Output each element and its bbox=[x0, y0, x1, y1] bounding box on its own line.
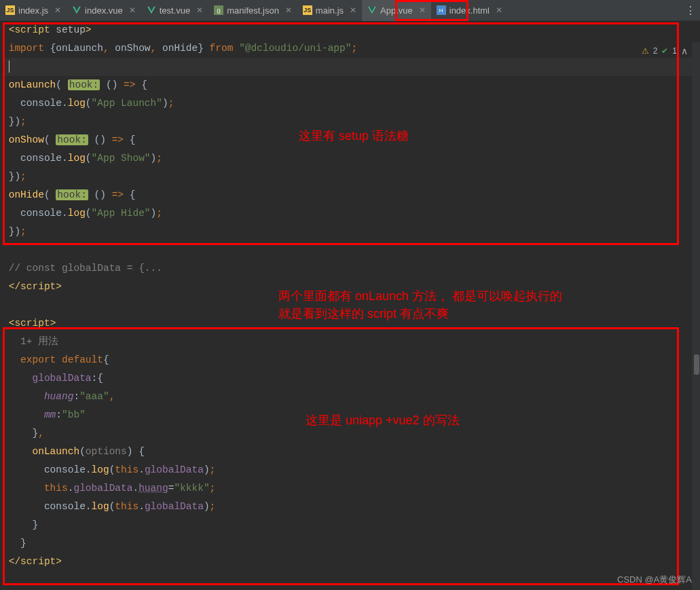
code-line[interactable]: onHide( hook: () => { bbox=[3, 186, 700, 204]
tab-bar: JS index.js ✕ index.vue ✕ test.vue ✕ {} … bbox=[0, 0, 700, 21]
scrollbar-thumb[interactable] bbox=[694, 354, 699, 375]
close-icon[interactable]: ✕ bbox=[419, 5, 426, 15]
code-line[interactable]: onShow( hook: () => { bbox=[3, 131, 700, 149]
scrollbar-track[interactable] bbox=[692, 42, 700, 590]
code-line[interactable]: export default{ bbox=[3, 351, 700, 369]
code-line[interactable]: mm:"bb" bbox=[3, 406, 700, 424]
close-icon[interactable]: ✕ bbox=[496, 5, 502, 15]
code-line-cursor[interactable] bbox=[3, 58, 700, 76]
code-line[interactable]: </script> bbox=[3, 278, 700, 296]
tab-label: test.vue bbox=[160, 5, 191, 16]
html-icon: H bbox=[437, 5, 446, 15]
tab-label: main.js bbox=[316, 5, 344, 16]
code-line[interactable]: console.log(this.globalData); bbox=[3, 498, 700, 516]
code-line[interactable]: globalData:{ bbox=[3, 369, 700, 388]
tab-index-vue[interactable]: index.vue ✕ bbox=[67, 0, 141, 21]
code-line[interactable]: <script> bbox=[3, 314, 700, 333]
close-icon[interactable]: ✕ bbox=[285, 5, 292, 15]
usage-hint[interactable]: 1+ 用法 bbox=[3, 333, 700, 351]
js-icon: JS bbox=[5, 5, 15, 15]
close-icon[interactable]: ✕ bbox=[196, 5, 203, 15]
code-line[interactable]: } bbox=[3, 516, 700, 534]
code-line[interactable]: console.log("App Show"); bbox=[3, 149, 700, 168]
blank-line bbox=[3, 296, 700, 314]
tab-overflow-menu[interactable]: ⋮ bbox=[685, 0, 696, 21]
code-line[interactable]: onLaunch(options) { bbox=[3, 443, 700, 461]
script-options-block: <script> 1+ 用法 export default{ globalDat… bbox=[3, 314, 700, 571]
tab-app-vue[interactable]: App.vue ✕ bbox=[362, 0, 431, 21]
tab-index-html[interactable]: H index.html ✕ bbox=[431, 0, 508, 21]
vue-icon bbox=[72, 5, 81, 15]
tab-manifest-json[interactable]: {} manifest.json ✕ bbox=[208, 0, 297, 21]
tab-test-vue[interactable]: test.vue ✕ bbox=[141, 0, 209, 21]
tab-label: index.vue bbox=[85, 5, 123, 16]
code-line[interactable]: // const globalData = {... bbox=[3, 259, 700, 278]
tab-label: index.js bbox=[18, 5, 48, 16]
code-line[interactable]: }); bbox=[3, 168, 700, 186]
script-setup-block: <script setup> import {onLaunch, onShow,… bbox=[3, 21, 700, 296]
close-icon[interactable]: ✕ bbox=[350, 5, 356, 15]
code-line[interactable]: }); bbox=[3, 223, 700, 241]
vue-icon bbox=[367, 5, 377, 15]
code-line[interactable]: console.log("App Launch"); bbox=[3, 94, 700, 113]
code-line[interactable]: }); bbox=[3, 113, 700, 131]
close-icon[interactable]: ✕ bbox=[54, 5, 61, 15]
tab-main-js[interactable]: JS main.js ✕ bbox=[297, 0, 362, 21]
code-line[interactable] bbox=[3, 241, 700, 259]
code-line[interactable]: this.globalData.huang="kkkk"; bbox=[3, 479, 700, 498]
tab-label: manifest.json bbox=[227, 5, 279, 16]
vue-icon bbox=[147, 5, 156, 15]
watermark: CSDN @A黄俊辉A bbox=[617, 574, 692, 586]
tab-index-js[interactable]: JS index.js ✕ bbox=[0, 0, 67, 21]
js-icon: JS bbox=[303, 5, 312, 15]
code-line[interactable]: console.log(this.globalData); bbox=[3, 461, 700, 479]
close-icon[interactable]: ✕ bbox=[129, 5, 136, 15]
code-line[interactable]: <script setup> bbox=[3, 21, 700, 39]
code-line[interactable]: }, bbox=[3, 424, 700, 443]
tab-label: index.html bbox=[449, 5, 490, 16]
code-line[interactable]: } bbox=[3, 534, 700, 553]
code-line[interactable]: console.log("App Hide"); bbox=[3, 204, 700, 223]
code-line[interactable]: import {onLaunch, onShow, onHide} from "… bbox=[3, 39, 700, 58]
tab-label: App.vue bbox=[380, 5, 413, 16]
code-editor[interactable]: ⚠ 2 ✔ 1 ∧ ∨ 💡 <script setup> import {onL… bbox=[0, 21, 700, 590]
json-icon: {} bbox=[214, 5, 223, 15]
code-line[interactable]: huang:"aaa", bbox=[3, 388, 700, 406]
code-line[interactable]: </script> bbox=[3, 553, 700, 571]
code-line[interactable]: onLaunch( hook: () => { bbox=[3, 76, 700, 94]
